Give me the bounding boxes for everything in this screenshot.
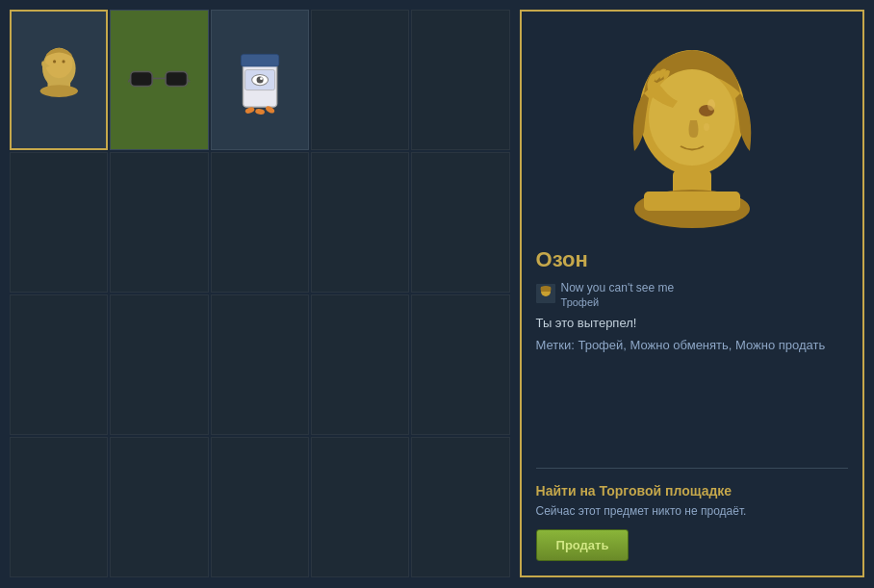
svg-point-18	[254, 108, 265, 115]
svg-point-5	[39, 86, 77, 98]
item-source: Now you can't see me Трофей	[536, 280, 848, 308]
item-detail-panel: Озон Now you can't see me Трофей Ты это …	[520, 10, 864, 577]
grid-cell-18[interactable]	[311, 437, 409, 577]
source-game-name: Now you can't see me	[561, 280, 675, 296]
items-grid	[10, 10, 510, 577]
item-name: Озон	[536, 247, 848, 272]
svg-rect-6	[131, 72, 152, 87]
item-tags: Метки: Трофей, Можно обменять, Можно про…	[536, 338, 848, 352]
grid-cell-19[interactable]	[411, 437, 509, 577]
inventory-panel	[10, 10, 510, 577]
trophy-icon	[21, 25, 97, 135]
grid-cell-3[interactable]	[311, 10, 409, 150]
svg-point-2	[53, 61, 56, 64]
marketplace-status: Сейчас этот предмет никто не продаёт.	[536, 504, 848, 518]
grid-cell-17[interactable]	[211, 437, 309, 577]
item-preview	[536, 26, 848, 238]
svg-rect-12	[241, 54, 278, 66]
svg-point-3	[62, 61, 64, 64]
svg-point-15	[256, 76, 263, 83]
grid-cell-7[interactable]	[211, 152, 309, 293]
grid-cell-0[interactable]	[10, 10, 108, 150]
tags-values: Трофей, Можно обменять, Можно продать	[578, 338, 825, 352]
grid-cell-2[interactable]	[211, 10, 309, 150]
grid-cell-13[interactable]	[311, 294, 409, 435]
tags-label: Метки:	[536, 338, 575, 352]
item-description: Ты это вытерпел!	[536, 316, 848, 330]
pills-icon	[221, 24, 298, 135]
main-container: Озон Now you can't see me Трофей Ты это …	[0, 0, 874, 588]
grid-cell-11[interactable]	[110, 294, 208, 435]
grid-cell-8[interactable]	[311, 152, 409, 293]
glasses-icon	[120, 24, 197, 135]
grid-cell-1[interactable]	[110, 10, 208, 150]
marketplace-title: Найти на Торговой площадке	[536, 483, 848, 499]
sell-button[interactable]: Продать	[536, 529, 630, 561]
grid-cell-14[interactable]	[411, 294, 509, 435]
grid-cell-9[interactable]	[411, 152, 509, 293]
grid-cell-4[interactable]	[411, 10, 509, 150]
grid-cell-12[interactable]	[211, 294, 309, 435]
svg-point-27	[704, 123, 709, 131]
grid-cell-10[interactable]	[10, 294, 108, 435]
grid-cell-16[interactable]	[110, 437, 208, 577]
grid-cell-6[interactable]	[110, 152, 208, 293]
svg-point-16	[260, 77, 263, 80]
svg-point-26	[707, 99, 715, 111]
source-avatar	[536, 284, 555, 303]
source-info: Now you can't see me Трофей	[561, 280, 675, 308]
item-large-preview-svg	[596, 36, 788, 228]
svg-rect-25	[644, 192, 740, 211]
marketplace-section: Найти на Торговой площадке Сейчас этот п…	[536, 468, 848, 561]
svg-rect-7	[166, 72, 187, 87]
grid-cell-5[interactable]	[10, 152, 108, 293]
source-type: Трофей	[561, 296, 675, 308]
svg-point-21	[649, 69, 735, 166]
grid-cell-15[interactable]	[10, 437, 108, 577]
